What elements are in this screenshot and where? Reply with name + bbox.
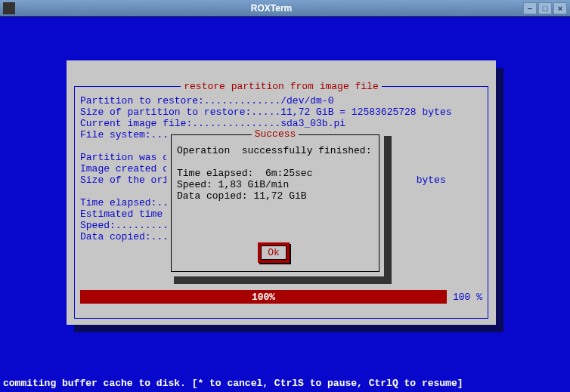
progress-bar: 100% [80,290,447,304]
ok-shadow: Ok [259,244,291,264]
terminal: restore partition from image file Partit… [0,17,570,392]
progress-percent: 100 % [453,292,482,303]
ok-wrap: Ok [166,244,384,264]
progress-bar-label: 100% [252,292,275,303]
maximize-button[interactable]: □ [538,2,552,14]
window: ROXTerm – □ × restore partition from ima… [0,0,570,392]
window-title: ROXTerm [20,3,523,14]
ok-outer: Ok [258,242,290,263]
window-buttons: – □ × [523,2,567,14]
modal-content: Operation successfully finished: Time el… [177,145,375,202]
minimize-button[interactable]: – [523,2,537,14]
titlebar: ROXTerm – □ × [0,0,570,17]
close-button[interactable]: × [553,2,567,14]
app-icon [3,2,15,14]
modal-title: Success [166,128,384,140]
progress-wrap: 100% 100 % [80,290,482,304]
status-line: commiting buffer cache to disk. [* to ca… [3,378,567,389]
main-dialog-title: restore partition from image file [67,81,496,92]
success-modal: Success Operation successfully finished:… [166,128,384,276]
ok-button[interactable]: Ok [261,245,287,260]
